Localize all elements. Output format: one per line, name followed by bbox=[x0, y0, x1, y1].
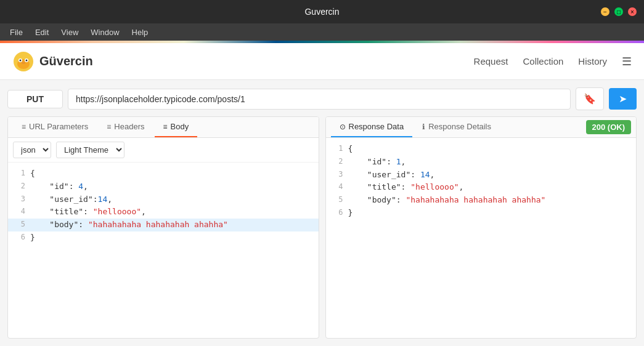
response-details-icon: ℹ bbox=[422, 123, 425, 131]
maximize-button[interactable]: □ bbox=[614, 7, 623, 16]
window-controls: − □ × bbox=[601, 7, 637, 16]
app-name: Güvercin bbox=[39, 54, 93, 68]
tab-url-parameters[interactable]: ≡ URL Parameters bbox=[13, 117, 97, 137]
status-badge: 200 (OK) bbox=[586, 120, 631, 134]
tab-headers[interactable]: ≡ Headers bbox=[98, 117, 153, 137]
request-code-area: 1 { 2 "id": 4, 3 "user_id":14, 4 "title"… bbox=[8, 163, 319, 338]
app-logo: Güvercin bbox=[12, 50, 93, 73]
response-tabs: ⊙ Response Data ℹ Response Details bbox=[326, 117, 586, 137]
svg-point-5 bbox=[26, 59, 28, 61]
url-bar: PUT GET POST DELETE PATCH 🔖 ➤ bbox=[7, 87, 637, 110]
bookmark-button[interactable]: 🔖 bbox=[576, 87, 604, 110]
tab-response-data[interactable]: ⊙ Response Data bbox=[331, 117, 413, 137]
theme-select[interactable]: Light Theme Dark Theme bbox=[56, 142, 124, 158]
url-input[interactable] bbox=[68, 89, 571, 110]
tab-response-data-label: Response Data bbox=[349, 122, 404, 131]
response-tabs-row: ⊙ Response Data ℹ Response Details 200 (… bbox=[326, 117, 637, 138]
main-content: PUT GET POST DELETE PATCH 🔖 ➤ ≡ URL Para… bbox=[0, 80, 644, 346]
code-line: 1 { bbox=[326, 143, 637, 156]
minimize-button[interactable]: − bbox=[601, 7, 609, 16]
nav-collection[interactable]: Collection bbox=[523, 56, 563, 66]
response-panel: ⊙ Response Data ℹ Response Details 200 (… bbox=[325, 116, 637, 339]
svg-point-6 bbox=[22, 62, 25, 64]
menu-window[interactable]: Window bbox=[86, 26, 124, 38]
nav-request[interactable]: Request bbox=[474, 56, 508, 66]
method-select[interactable]: PUT GET POST DELETE PATCH bbox=[7, 90, 63, 108]
code-line: 6 } bbox=[326, 207, 637, 220]
titlebar: Guvercin − □ × bbox=[0, 0, 644, 23]
code-line: 4 "title": "helloooo", bbox=[8, 206, 319, 219]
app-header: Güvercin Request Collection History ☰ bbox=[0, 43, 644, 80]
menu-view[interactable]: View bbox=[56, 26, 83, 38]
response-code-area: 1 { 2 "id": 1, 3 "user_id": 14, 4 "title… bbox=[326, 138, 637, 338]
tab-body-label: Body bbox=[171, 122, 189, 131]
code-line-highlighted: 5 "body": "hahahahaha hahahahah ahahha" bbox=[8, 219, 319, 231]
menu-edit[interactable]: Edit bbox=[30, 26, 54, 38]
code-line: 3 "user_id":14, bbox=[8, 193, 319, 206]
tab-body[interactable]: ≡ Body bbox=[155, 117, 198, 137]
menu-help[interactable]: Help bbox=[127, 26, 153, 38]
code-line: 3 "user_id": 14, bbox=[326, 169, 637, 182]
request-panel: ≡ URL Parameters ≡ Headers ≡ Body json bbox=[7, 116, 319, 339]
menu-file[interactable]: File bbox=[5, 26, 28, 38]
nav-history[interactable]: History bbox=[578, 56, 607, 66]
request-tabs-row: ≡ URL Parameters ≡ Headers ≡ Body bbox=[8, 117, 319, 138]
tab-headers-label: Headers bbox=[114, 122, 144, 131]
svg-point-4 bbox=[20, 59, 22, 61]
send-icon: ➤ bbox=[619, 94, 627, 104]
request-toolbar: json xml text Light Theme Dark Theme bbox=[8, 138, 319, 163]
response-data-icon: ⊙ bbox=[340, 123, 346, 131]
code-line: 2 "id": 4, bbox=[8, 180, 319, 193]
code-line: 4 "title": "helloooo", bbox=[326, 181, 637, 194]
request-tabs: ≡ URL Parameters ≡ Headers ≡ Body bbox=[8, 117, 319, 137]
code-line: 5 "body": "hahahahaha hahahahah ahahha" bbox=[326, 194, 637, 207]
panels: ≡ URL Parameters ≡ Headers ≡ Body json bbox=[7, 116, 637, 339]
url-params-icon: ≡ bbox=[22, 123, 26, 131]
code-line: 6 } bbox=[8, 231, 319, 244]
send-button[interactable]: ➤ bbox=[609, 88, 637, 110]
menubar: File Edit View Window Help bbox=[0, 23, 644, 41]
tab-response-details-label: Response Details bbox=[428, 122, 491, 131]
format-select[interactable]: json xml text bbox=[13, 142, 51, 158]
logo-icon bbox=[12, 50, 35, 73]
app-title: Guvercin bbox=[304, 7, 339, 17]
headers-icon: ≡ bbox=[107, 123, 111, 131]
code-line: 1 { bbox=[8, 167, 319, 180]
tab-url-parameters-label: URL Parameters bbox=[29, 122, 88, 131]
body-icon: ≡ bbox=[163, 123, 168, 131]
header-nav: Request Collection History ☰ bbox=[474, 55, 632, 68]
code-line: 2 "id": 1, bbox=[326, 156, 637, 169]
close-button[interactable]: × bbox=[628, 7, 637, 16]
tab-response-details[interactable]: ℹ Response Details bbox=[414, 117, 500, 137]
hamburger-icon[interactable]: ☰ bbox=[622, 55, 632, 68]
